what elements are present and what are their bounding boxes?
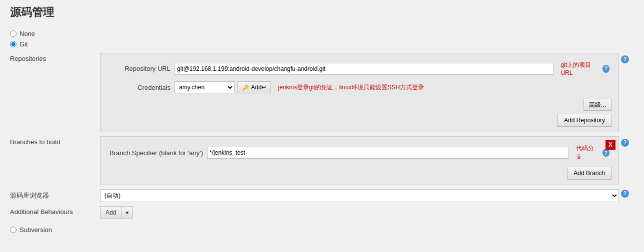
git-radio[interactable] [10, 41, 16, 47]
credentials-label: Credentials [108, 79, 172, 96]
add-repository-button[interactable]: Add Repository [558, 114, 612, 127]
add-branch-row: Add Branch [108, 167, 612, 180]
branch-specifier-annotation: 代码分支 [576, 144, 598, 161]
add-repository-row: Add Repository [108, 114, 612, 127]
repo-actions-row: 高级... [108, 99, 612, 111]
add-credentials-button[interactable]: 🔑 Add↵ [238, 81, 271, 93]
branches-help-icon[interactable]: ? [621, 139, 629, 147]
subversion-radio-row: Subversion [10, 226, 634, 234]
delete-branch-button[interactable]: X [606, 140, 616, 150]
branches-content: X Branch Specifier (blank for 'any') 代码分… [100, 134, 619, 187]
source-browser-label: 源码库浏览器 [10, 187, 100, 204]
repo-url-input[interactable] [174, 63, 554, 75]
repositories-row: Repositories Repository URL git上的项目UR [10, 51, 634, 134]
git-label: Git [20, 40, 28, 48]
branches-label: Branches to build [10, 134, 100, 187]
repo-url-help-icon[interactable]: ? [602, 65, 610, 73]
repo-url-cell: git上的项目URL ? [172, 58, 612, 79]
repositories-label: Repositories [10, 51, 100, 134]
branch-specifier-row: Branch Specifier (blank for 'any') 代码分支 … [108, 142, 612, 164]
branch-specifier-label: Branch Specifier (blank for 'any') [108, 142, 205, 164]
none-label: None [20, 30, 35, 37]
credentials-row: Credentials amy.chen 🔑 Add↵ [108, 79, 612, 96]
branches-row: Branches to build X Branch Specifier (bl… [10, 134, 634, 187]
repositories-help-icon[interactable]: ? [621, 55, 629, 63]
branch-box: X Branch Specifier (blank for 'any') 代码分… [100, 136, 619, 185]
add-split-button-arrow: ▼ [122, 207, 132, 219]
git-radio-row: Git [10, 40, 634, 48]
source-browser-help-icon[interactable]: ? [621, 190, 629, 198]
page-title: 源码管理 [10, 5, 634, 23]
repo-url-label: Repository URL [108, 58, 172, 79]
repositories-content: Repository URL git上的项目URL ? [100, 51, 619, 134]
repo-url-row: Repository URL git上的项目URL ? [108, 58, 612, 79]
repo-inner-table: Repository URL git上的项目URL ? [108, 58, 612, 96]
additional-behaviours-label: Additional Behaviours [10, 204, 100, 221]
branch-inner-table: Branch Specifier (blank for 'any') 代码分支 … [108, 142, 612, 164]
none-radio[interactable] [10, 30, 16, 37]
source-browser-select[interactable]: (自动) [100, 189, 619, 202]
source-browser-row: 源码库浏览器 (自动) ? [10, 187, 634, 204]
subversion-label: Subversion [20, 226, 52, 234]
add-credentials-label: Add↵ [251, 84, 266, 91]
subversion-radio[interactable] [10, 227, 16, 233]
add-split-button[interactable]: Add ▼ [100, 206, 133, 219]
key-icon: 🔑 [242, 84, 249, 91]
repo-url-annotation: git上的项目URL [560, 61, 598, 76]
add-branch-button[interactable]: Add Branch [567, 167, 612, 180]
credentials-annotation: jenkins登录git的凭证，linux环境只能设置SSH方式登录 [278, 83, 424, 92]
source-browser-content: (自动) [100, 187, 619, 204]
add-split-button-label: Add [100, 207, 122, 219]
repo-box: Repository URL git上的项目URL ? [100, 53, 619, 132]
credentials-cell: amy.chen 🔑 Add↵ jenkins登录git的凭证，linux环境只… [172, 79, 612, 96]
additional-behaviours-content: Add ▼ [100, 204, 619, 221]
additional-behaviours-row: Additional Behaviours Add ▼ [10, 204, 634, 221]
none-radio-row: None [10, 30, 634, 37]
branch-specifier-cell: 代码分支 ? [205, 142, 612, 164]
branch-specifier-help-icon[interactable]: ? [602, 149, 610, 157]
main-content-table: Repositories Repository URL git上的项目UR [10, 51, 634, 221]
branch-specifier-input[interactable] [207, 147, 569, 159]
advanced-button[interactable]: 高级... [584, 99, 612, 111]
credentials-select[interactable]: amy.chen [174, 81, 234, 93]
